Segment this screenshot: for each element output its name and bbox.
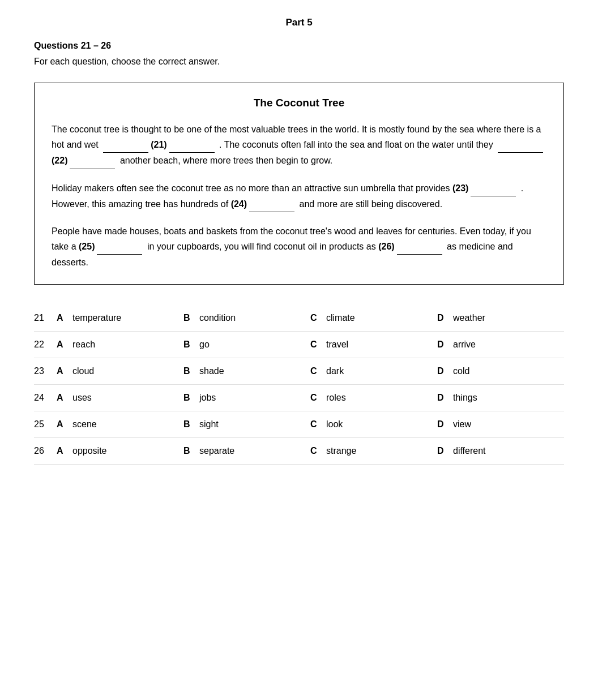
answer-letter: A — [57, 419, 72, 430]
answer-text: go — [199, 340, 310, 350]
answer-text: climate — [326, 313, 437, 323]
answer-option-21-D[interactable]: D weather — [437, 313, 564, 323]
answer-letter: A — [57, 313, 72, 323]
answer-text: dark — [326, 366, 437, 376]
answer-option-24-D[interactable]: D things — [437, 393, 564, 403]
passage-paragraph-2: Holiday makers often see the coconut tre… — [52, 181, 546, 212]
question-number: 21 — [34, 313, 57, 323]
answer-option-26-B[interactable]: B separate — [183, 446, 310, 456]
passage-title: The Coconut Tree — [52, 97, 546, 109]
answer-letter: D — [437, 393, 453, 403]
questions-label: Questions 21 – 26 — [34, 41, 564, 51]
passage-box: The Coconut Tree The coconut tree is tho… — [34, 83, 564, 285]
answer-option-23-A[interactable]: A cloud — [57, 366, 183, 376]
instruction: For each question, choose the correct an… — [34, 57, 564, 67]
answer-option-23-C[interactable]: C dark — [310, 366, 437, 376]
answer-text: separate — [199, 446, 310, 456]
answer-text: temperature — [72, 313, 183, 323]
answer-text: opposite — [72, 446, 183, 456]
answer-letter: D — [437, 419, 453, 430]
answer-text: uses — [72, 393, 183, 403]
answer-text: things — [453, 393, 564, 403]
answer-option-22-D[interactable]: D arrive — [437, 340, 564, 350]
answer-row-21: 21 A temperature B condition C climate D… — [34, 305, 564, 332]
answer-option-26-A[interactable]: A opposite — [57, 446, 183, 456]
answer-text: view — [453, 419, 564, 430]
answer-text: scene — [72, 419, 183, 430]
passage-paragraph-1: The coconut tree is thought to be one of… — [52, 122, 546, 169]
answer-letter: A — [57, 366, 72, 376]
answer-text: weather — [453, 313, 564, 323]
answer-option-26-C[interactable]: C strange — [310, 446, 437, 456]
question-number: 24 — [34, 393, 57, 403]
answer-option-21-C[interactable]: C climate — [310, 313, 437, 323]
answer-text: sight — [199, 419, 310, 430]
answer-option-23-D[interactable]: D cold — [437, 366, 564, 376]
answer-option-24-A[interactable]: A uses — [57, 393, 183, 403]
question-number: 25 — [34, 419, 57, 430]
answer-text: arrive — [453, 340, 564, 350]
answer-letter: C — [310, 313, 326, 323]
answer-letter: B — [183, 393, 199, 403]
answer-letter: D — [437, 446, 453, 456]
answer-letter: B — [183, 313, 199, 323]
question-number: 22 — [34, 340, 57, 350]
answer-text: reach — [72, 340, 183, 350]
answer-row-24: 24 A uses B jobs C roles D things — [34, 385, 564, 411]
answer-option-23-B[interactable]: B shade — [183, 366, 310, 376]
answer-text: strange — [326, 446, 437, 456]
answer-letter: B — [183, 366, 199, 376]
answer-row-22: 22 A reach B go C travel D arrive — [34, 332, 564, 358]
answer-row-25: 25 A scene B sight C look D view — [34, 411, 564, 438]
answer-option-21-A[interactable]: A temperature — [57, 313, 183, 323]
answer-text: shade — [199, 366, 310, 376]
answer-letter: A — [57, 393, 72, 403]
answer-text: cold — [453, 366, 564, 376]
answer-option-25-C[interactable]: C look — [310, 419, 437, 430]
answer-letter: D — [437, 340, 453, 350]
answer-text: roles — [326, 393, 437, 403]
answer-text: cloud — [72, 366, 183, 376]
page-title: Part 5 — [34, 17, 564, 28]
answer-option-26-D[interactable]: D different — [437, 446, 564, 456]
answer-option-25-A[interactable]: A scene — [57, 419, 183, 430]
answer-option-21-B[interactable]: B condition — [183, 313, 310, 323]
answer-letter: A — [57, 446, 72, 456]
answer-option-22-B[interactable]: B go — [183, 340, 310, 350]
answer-option-22-A[interactable]: A reach — [57, 340, 183, 350]
answer-row-26: 26 A opposite B separate C strange D dif… — [34, 438, 564, 465]
answer-letter: D — [437, 313, 453, 323]
answer-option-25-D[interactable]: D view — [437, 419, 564, 430]
answer-text: condition — [199, 313, 310, 323]
answers-section: 21 A temperature B condition C climate D… — [34, 305, 564, 465]
answer-letter: C — [310, 366, 326, 376]
answer-option-25-B[interactable]: B sight — [183, 419, 310, 430]
answer-letter: C — [310, 446, 326, 456]
answer-letter: C — [310, 393, 326, 403]
answer-text: look — [326, 419, 437, 430]
answer-option-24-B[interactable]: B jobs — [183, 393, 310, 403]
answer-letter: B — [183, 446, 199, 456]
answer-letter: C — [310, 419, 326, 430]
answer-letter: A — [57, 340, 72, 350]
answer-option-24-C[interactable]: C roles — [310, 393, 437, 403]
answer-letter: B — [183, 340, 199, 350]
answer-row-23: 23 A cloud B shade C dark D cold — [34, 358, 564, 385]
answer-text: travel — [326, 340, 437, 350]
question-number: 23 — [34, 366, 57, 376]
answer-letter: C — [310, 340, 326, 350]
answer-text: different — [453, 446, 564, 456]
answer-letter: B — [183, 419, 199, 430]
answer-letter: D — [437, 366, 453, 376]
question-number: 26 — [34, 446, 57, 456]
passage-paragraph-3: People have made houses, boats and baske… — [52, 224, 546, 270]
answer-option-22-C[interactable]: C travel — [310, 340, 437, 350]
answer-text: jobs — [199, 393, 310, 403]
